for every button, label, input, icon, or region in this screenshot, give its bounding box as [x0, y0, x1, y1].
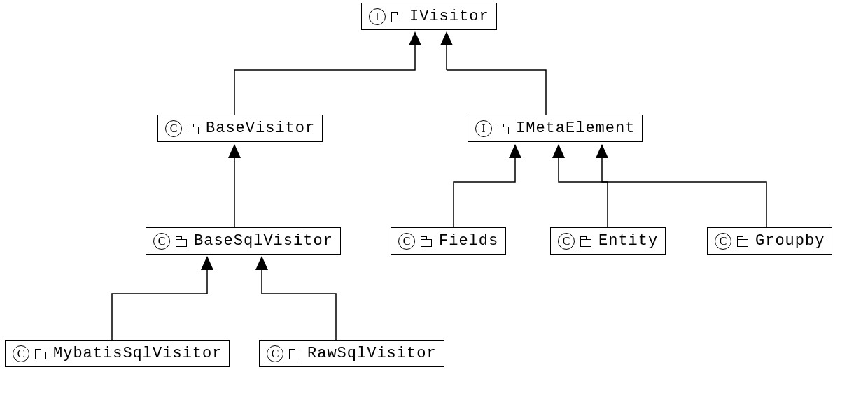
package-icon [176, 236, 187, 246]
class-icon: C [715, 233, 732, 250]
class-icon: C [153, 233, 170, 250]
interface-icon: I [475, 120, 492, 137]
node-label: Groupby [755, 232, 825, 250]
package-icon [188, 124, 199, 134]
node-groupby: C Groupby [707, 227, 832, 255]
node-ivisitor: I IVisitor [361, 3, 497, 30]
package-icon [737, 236, 748, 246]
svg-marker-1 [440, 31, 453, 45]
package-icon [421, 236, 432, 246]
package-icon [498, 124, 509, 134]
node-basesqlvisitor: C BaseSqlVisitor [146, 227, 341, 255]
diagram-connectors [0, 0, 868, 393]
package-icon [289, 349, 300, 359]
node-mybatissqlvisitor: C MybatisSqlVisitor [5, 340, 230, 367]
node-label: IMetaElement [516, 120, 635, 137]
interface-icon: I [369, 8, 386, 25]
node-rawsqlvisitor: C RawSqlVisitor [259, 340, 444, 367]
svg-marker-3 [509, 144, 522, 158]
package-icon [580, 236, 592, 246]
node-imetaelement: I IMetaElement [468, 115, 643, 142]
node-label: BaseSqlVisitor [194, 232, 333, 250]
svg-marker-2 [228, 144, 241, 158]
node-entity: C Entity [550, 227, 666, 255]
svg-marker-6 [201, 256, 214, 270]
class-icon: C [398, 233, 415, 250]
class-icon: C [267, 345, 284, 362]
node-label: Entity [598, 232, 658, 250]
class-icon: C [558, 233, 575, 250]
node-label: IVisitor [410, 8, 489, 25]
node-label: RawSqlVisitor [307, 345, 437, 362]
package-icon [35, 349, 46, 359]
svg-marker-0 [409, 31, 421, 45]
svg-marker-5 [596, 144, 608, 158]
node-basevisitor: C BaseVisitor [158, 115, 323, 142]
class-icon: C [13, 345, 29, 362]
node-label: MybatisSqlVisitor [53, 345, 222, 362]
node-fields: C Fields [391, 227, 506, 255]
class-icon: C [165, 120, 182, 137]
node-label: BaseVisitor [206, 120, 315, 137]
node-label: Fields [439, 232, 498, 250]
package-icon [391, 12, 402, 22]
svg-marker-7 [255, 256, 268, 270]
svg-marker-4 [552, 144, 565, 158]
